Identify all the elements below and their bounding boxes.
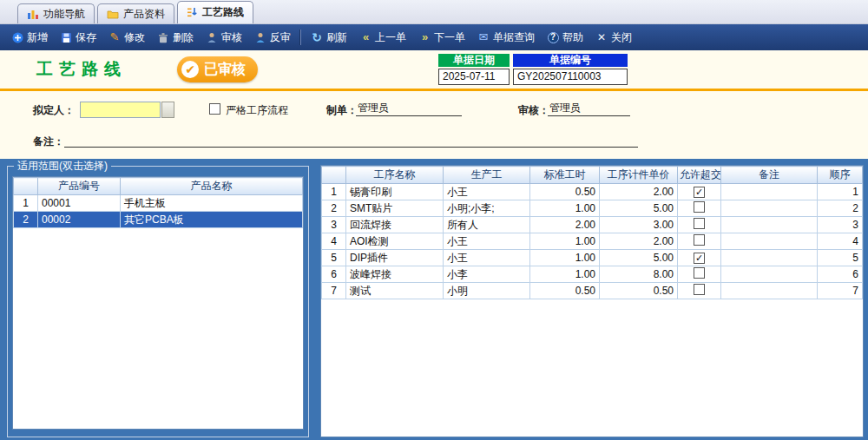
scope-column-header[interactable]: 产品编号 xyxy=(38,178,121,195)
new-button[interactable]: 新增 xyxy=(5,28,54,48)
remark-cell xyxy=(721,283,818,299)
process-row[interactable]: 7测试小明0.500.507 xyxy=(322,283,863,299)
order-cell: 4 xyxy=(818,233,863,250)
drafter-input[interactable] xyxy=(80,102,161,118)
remark-input[interactable] xyxy=(64,132,638,148)
process-column-header[interactable]: 允许超交 xyxy=(678,167,721,184)
row-number: 2 xyxy=(322,200,346,217)
process-name-cell: 测试 xyxy=(346,283,444,299)
folder-icon xyxy=(107,9,119,19)
piece-price-cell: 2.00 xyxy=(600,233,678,250)
unaudit-button[interactable]: 反审 xyxy=(248,28,297,48)
tab-product-data[interactable]: 产品资料 xyxy=(97,3,174,23)
modify-button[interactable]: ✎ 修改 xyxy=(102,28,151,48)
process-row[interactable]: 6波峰焊接小李1.008.006 xyxy=(322,266,863,283)
form-area: 拟定人： 严格工序流程 制单： 管理员 审核： 管理员 备注： xyxy=(0,89,868,159)
doc-date-label: 单据日期 xyxy=(438,54,510,67)
delete-button[interactable]: 删除 xyxy=(151,28,200,48)
app-window: 功能导航 产品资料 工艺路线 新增 保存 xyxy=(0,0,868,440)
process-row[interactable]: 2SMT贴片小明;小李;1.005.002 xyxy=(322,200,863,217)
remark-cell xyxy=(721,200,818,217)
process-name-cell: 波峰焊接 xyxy=(346,266,444,283)
standard-hours-cell: 2.00 xyxy=(530,217,600,233)
save-button[interactable]: 保存 xyxy=(54,28,102,48)
maker-label: 制单： xyxy=(326,103,358,118)
grid-corner xyxy=(14,178,38,195)
tab-process-route[interactable]: 工艺路线 xyxy=(177,1,253,23)
process-column-header[interactable]: 工序名称 xyxy=(346,167,444,184)
process-grid: 工序名称生产工标准工时工序计件单价允许超交备注顺序 1锡膏印刷小王0.502.0… xyxy=(320,165,864,437)
next-doc-button[interactable]: » 下一单 xyxy=(412,28,471,48)
unaudit-person-icon xyxy=(254,31,266,43)
tab-bar: 功能导航 产品资料 工艺路线 xyxy=(0,0,868,24)
row-number: 2 xyxy=(14,212,38,228)
help-button[interactable]: ? 帮助 xyxy=(541,28,589,48)
piece-price-cell: 0.50 xyxy=(600,283,678,299)
allow-overdelivery-cell xyxy=(678,283,721,299)
standard-hours-cell: 1.00 xyxy=(530,266,600,283)
process-name-cell: 回流焊接 xyxy=(346,217,444,233)
process-row[interactable]: 5DIP插件小王1.005.00✓5 xyxy=(322,250,863,266)
allow-overdelivery-checkbox[interactable] xyxy=(694,284,705,295)
process-row[interactable]: 3回流焊接所有人2.003.003 xyxy=(322,217,863,233)
allow-overdelivery-checkbox[interactable] xyxy=(694,267,705,279)
scope-column-header[interactable]: 产品名称 xyxy=(121,178,303,195)
doc-date-value[interactable]: 2025-07-11 xyxy=(438,69,510,85)
process-column-header[interactable]: 顺序 xyxy=(818,167,863,184)
auditor-label: 审核： xyxy=(518,103,549,118)
worker-cell: 所有人 xyxy=(444,217,530,233)
standard-hours-cell: 1.00 xyxy=(530,200,600,217)
process-column-header[interactable]: 备注 xyxy=(721,167,818,184)
allow-overdelivery-checkbox[interactable] xyxy=(694,201,705,213)
toolbar-separator xyxy=(300,30,301,45)
allow-overdelivery-cell xyxy=(678,217,721,233)
double-right-chevron-icon: » xyxy=(418,31,431,43)
doc-query-button[interactable]: ✉ 单据查询 xyxy=(471,28,541,48)
doc-number-value[interactable]: GY202507110003 xyxy=(513,69,628,85)
worker-cell: 小王 xyxy=(444,184,530,200)
process-column-header[interactable]: 生产工 xyxy=(444,167,530,184)
audit-button[interactable]: 审核 xyxy=(200,28,248,48)
allow-overdelivery-checkbox[interactable] xyxy=(694,218,705,229)
tab-function-nav[interactable]: 功能导航 xyxy=(17,3,95,23)
double-left-chevron-icon: « xyxy=(359,31,372,43)
allow-overdelivery-checkbox[interactable] xyxy=(694,234,705,246)
plus-icon xyxy=(11,31,23,43)
process-name-cell: AOI检测 xyxy=(346,233,444,250)
product-code-cell: 00002 xyxy=(38,212,121,228)
standard-hours-cell: 0.50 xyxy=(530,283,600,299)
remark-cell xyxy=(721,266,818,283)
process-table-body: 1锡膏印刷小王0.502.00✓12SMT贴片小明;小李;1.005.0023回… xyxy=(322,184,863,299)
scope-groupbox: 适用范围(双击选择) 产品编号产品名称 100001手机主板200002其它PC… xyxy=(7,159,309,437)
row-number: 1 xyxy=(322,184,346,200)
order-cell: 1 xyxy=(818,184,863,200)
standard-hours-cell: 0.50 xyxy=(530,184,600,200)
row-number: 7 xyxy=(322,283,346,299)
process-column-header[interactable]: 工序计件单价 xyxy=(600,167,678,184)
process-row[interactable]: 1锡膏印刷小王0.502.00✓1 xyxy=(322,184,863,200)
process-name-cell: SMT贴片 xyxy=(346,200,444,217)
drafter-browse-button[interactable] xyxy=(161,102,174,118)
process-row[interactable]: 4AOI检测小王1.002.004 xyxy=(322,233,863,250)
status-badge-label: 已审核 xyxy=(204,61,246,79)
close-button[interactable]: ✕ 关闭 xyxy=(589,28,638,48)
allow-overdelivery-checkbox[interactable]: ✓ xyxy=(694,253,705,264)
scope-row[interactable]: 200002其它PCBA板 xyxy=(14,212,303,228)
scope-row[interactable]: 100001手机主板 xyxy=(14,195,303,212)
standard-hours-cell: 1.00 xyxy=(530,233,600,250)
tab-label: 产品资料 xyxy=(123,7,165,22)
strict-flow-checkbox[interactable] xyxy=(209,103,220,115)
order-cell: 6 xyxy=(818,266,863,283)
prev-doc-button[interactable]: « 上一单 xyxy=(353,28,412,48)
order-cell: 3 xyxy=(818,217,863,233)
order-cell: 7 xyxy=(818,283,863,299)
allow-overdelivery-checkbox[interactable]: ✓ xyxy=(694,187,705,198)
remark-cell xyxy=(721,217,818,233)
refresh-button[interactable]: ↻ 刷新 xyxy=(305,28,353,48)
remark-cell xyxy=(721,250,818,266)
process-column-header[interactable]: 标准工时 xyxy=(530,167,600,184)
sort-route-icon xyxy=(187,7,198,18)
process-header-row: 工序名称生产工标准工时工序计件单价允许超交备注顺序 xyxy=(322,167,863,184)
toolbar: 新增 保存 ✎ 修改 删除 审核 反审 xyxy=(0,24,868,50)
audit-person-icon xyxy=(206,31,218,43)
